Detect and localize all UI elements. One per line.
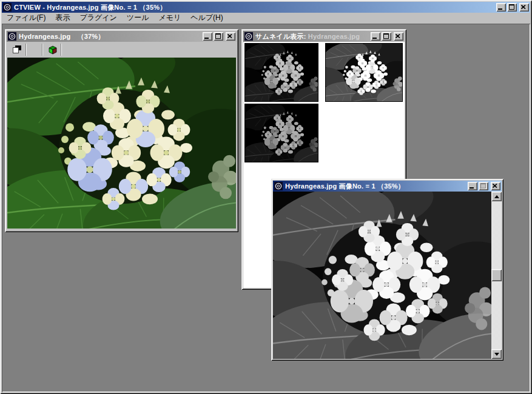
hydrangea-gray-image xyxy=(273,192,491,359)
close-icon xyxy=(493,184,497,188)
close-icon xyxy=(227,34,232,38)
thumbnail-title-label: サムネイル表示: xyxy=(255,33,306,40)
menu-help[interactable]: ヘルプ(H) xyxy=(186,12,228,24)
menu-tool[interactable]: ツール xyxy=(122,12,154,24)
ctview-logo-icon xyxy=(3,3,12,12)
arrow-down-icon xyxy=(494,353,499,358)
gray-view-title: Hydrangeas.jpg 画像No. = 1 （35%） xyxy=(284,182,466,191)
color-cube-icon xyxy=(48,45,58,55)
gray-view-title-bar[interactable]: Hydrangeas.jpg 画像No. = 1 （35%） xyxy=(273,181,502,192)
maximize-icon xyxy=(480,183,486,189)
close-button[interactable] xyxy=(519,3,529,12)
hydrangea-thumb-bright xyxy=(326,44,402,101)
menu-memory[interactable]: メモリ xyxy=(153,12,186,24)
hydrangea-color-image xyxy=(7,58,236,229)
minimize-button[interactable] xyxy=(496,3,506,12)
minimize-icon xyxy=(498,8,502,10)
color-view-toolbar xyxy=(7,42,237,58)
close-button[interactable] xyxy=(226,32,235,41)
thumbnail-item-2[interactable] xyxy=(325,43,403,102)
close-icon xyxy=(396,34,400,38)
gray-image-canvas xyxy=(273,192,491,359)
scroll-up-button[interactable] xyxy=(491,192,502,201)
close-button[interactable] xyxy=(394,32,403,41)
mono-display-button[interactable] xyxy=(10,43,24,56)
ctview-logo-icon xyxy=(244,32,253,41)
ctview-logo-icon xyxy=(274,182,283,190)
mono-square-icon xyxy=(12,45,22,55)
color-cube-button[interactable] xyxy=(45,43,60,56)
vertical-scrollbar[interactable] xyxy=(491,192,502,359)
menu-bar: ファイル(F) 表示 プラグイン ツール メモリ ヘルプ(H) xyxy=(2,13,530,24)
thumbnail-title-filename: Hydrangeas.jpg xyxy=(308,33,360,40)
mdi-client-area: Hydrangeas.jpg （37%） xyxy=(2,24,530,392)
color-view-window: Hydrangeas.jpg （37%） xyxy=(5,29,238,232)
color-view-title: Hydrangeas.jpg （37%） xyxy=(18,32,201,41)
color-image-canvas xyxy=(7,58,236,229)
ctview-main-window: CTVIEW - Hydrangeas.jpg 画像No. = 1 （35%） … xyxy=(0,0,532,394)
minimize-button[interactable] xyxy=(203,32,212,41)
main-window-title: CTVIEW - Hydrangeas.jpg 画像No. = 1 （35%） xyxy=(13,3,495,12)
thumbnail-item-1[interactable] xyxy=(244,43,318,102)
toolbar-separator xyxy=(42,44,43,56)
thumbnail-item-3[interactable] xyxy=(244,104,318,162)
minimize-icon xyxy=(372,38,377,39)
maximize-button[interactable] xyxy=(507,3,517,12)
close-button[interactable] xyxy=(491,182,500,190)
ctview-logo-icon xyxy=(8,32,16,41)
menu-view[interactable]: 表示 xyxy=(50,12,75,24)
arrow-up-icon xyxy=(494,193,499,198)
menu-file[interactable]: ファイル(F) xyxy=(2,12,50,24)
gray-view-window: Hydrangeas.jpg 画像No. = 1 （35%） xyxy=(271,179,503,361)
thumbnail-title-bar[interactable]: サムネイル表示: Hydrangeas.jpg xyxy=(243,31,405,42)
maximize-button[interactable] xyxy=(214,32,223,41)
close-icon xyxy=(521,5,526,9)
thumbnail-window-title: サムネイル表示: Hydrangeas.jpg xyxy=(254,32,369,41)
maximize-icon xyxy=(509,4,514,10)
minimize-icon xyxy=(204,38,209,39)
color-view-title-bar[interactable]: Hydrangeas.jpg （37%） xyxy=(7,31,237,42)
maximize-icon xyxy=(383,33,389,39)
toolbar-separator xyxy=(61,44,62,56)
toolbar-separator xyxy=(25,44,27,56)
scrollbar-thumb[interactable] xyxy=(491,269,502,281)
scroll-down-button[interactable] xyxy=(491,349,502,359)
menu-plugin[interactable]: プラグイン xyxy=(75,12,121,24)
main-title-bar[interactable]: CTVIEW - Hydrangeas.jpg 画像No. = 1 （35%） xyxy=(2,2,530,13)
minimize-icon xyxy=(470,187,474,189)
maximize-button-disabled xyxy=(479,182,488,190)
maximize-icon xyxy=(215,33,221,39)
hydrangea-thumb-dark-2 xyxy=(245,104,318,162)
hydrangea-thumb-dark-1 xyxy=(245,44,318,101)
minimize-button[interactable] xyxy=(468,182,477,190)
minimize-button[interactable] xyxy=(371,32,380,41)
maximize-button[interactable] xyxy=(382,32,391,41)
